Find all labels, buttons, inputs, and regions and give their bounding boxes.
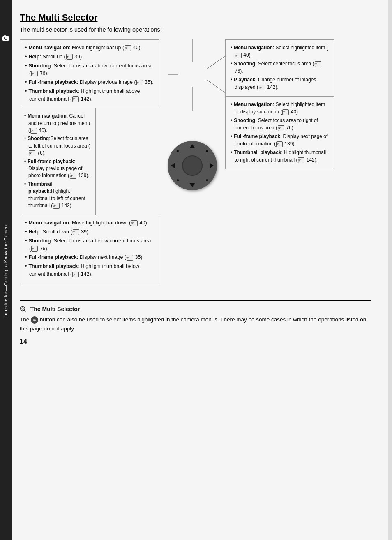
right-margin bbox=[388, 0, 392, 540]
dot-tl bbox=[177, 150, 179, 152]
down-arrow-icon bbox=[189, 183, 195, 187]
intro-text: The multi selector is used for the follo… bbox=[20, 26, 371, 33]
note-text: The ⊕ button can also be used to select … bbox=[20, 315, 371, 333]
right-column: Menu navigation: Select highlighted item… bbox=[225, 39, 371, 284]
bottom-box-list: Menu navigation: Move highlight bar down… bbox=[25, 219, 154, 278]
rb-item-3: Full-frame playback: Display next page o… bbox=[231, 133, 329, 148]
dial-center-button[interactable] bbox=[182, 155, 203, 176]
left-item-2: Shooting:Select focus area to left of cu… bbox=[24, 135, 91, 157]
note-title: The Multi Selector bbox=[30, 306, 80, 312]
top-direction-box: Menu navigation: Move highlight bar up (… bbox=[20, 39, 159, 108]
note-section: The Multi Selector The ⊕ button can also… bbox=[20, 300, 371, 333]
left-arrow-icon bbox=[171, 163, 175, 168]
svg-line-8 bbox=[207, 80, 225, 93]
svg-point-9 bbox=[21, 307, 25, 311]
side-tab: Introduction—Getting to Know the Camera bbox=[0, 0, 12, 540]
page-wrapper: Introduction—Getting to Know the Camera … bbox=[0, 0, 392, 540]
top-item-1: Menu navigation: Move highlight bar up (… bbox=[25, 44, 154, 52]
three-col-layout: Menu navigation: Move highlight bar up (… bbox=[20, 39, 371, 284]
svg-rect-3 bbox=[4, 35, 6, 37]
top-item-5: Thumbnail playback: Highlight thumbnail … bbox=[25, 88, 154, 103]
rt-item-1: Menu navigation: Select highlighted item… bbox=[231, 44, 329, 59]
left-column: Menu navigation: Move highlight bar up (… bbox=[20, 39, 159, 284]
svg-point-2 bbox=[5, 37, 7, 39]
rb-item-2: Shooting: Select focus area to right of … bbox=[231, 117, 329, 132]
bottom-item-1: Menu navigation: Move highlight bar down… bbox=[25, 219, 154, 227]
rt-item-3: Playback: Change number of images displa… bbox=[231, 76, 329, 91]
ok-button-icon: ⊕ bbox=[31, 316, 38, 324]
page-number: 14 bbox=[20, 338, 371, 345]
top-item-3: Shooting: Select focus area above curren… bbox=[25, 62, 154, 78]
bottom-item-5: Thumbnail playback: Highlight thumbnail … bbox=[25, 263, 154, 278]
svg-line-10 bbox=[24, 310, 26, 312]
right-arrow-icon bbox=[210, 163, 214, 168]
left-item-3: Full-frame playback: Display previous pa… bbox=[24, 158, 91, 180]
top-box-list: Menu navigation: Move highlight bar up (… bbox=[25, 44, 154, 103]
multi-selector-dial[interactable] bbox=[168, 141, 217, 190]
rb-item-4: Thumbnail playback: Highlight thumbnail … bbox=[231, 149, 329, 164]
right-top-direction-box: Menu navigation: Select highlighted item… bbox=[225, 39, 334, 97]
center-diagram-col bbox=[159, 39, 225, 284]
left-item-4: Thumbnail playback:Highlight thumbnail t… bbox=[24, 181, 91, 210]
rb-item-1: Menu navigation: Select highlighted item… bbox=[231, 101, 329, 115]
bottom-item-3: Shooting: Select focus area below curren… bbox=[25, 237, 154, 253]
dot-br bbox=[206, 179, 208, 181]
right-bottom-list: Menu navigation: Select highlighted item… bbox=[231, 101, 329, 164]
right-bottom-direction-box: Menu navigation: Select highlighted item… bbox=[225, 97, 334, 169]
left-direction-box: Menu navigation: Cancel and return to pr… bbox=[20, 108, 96, 215]
bottom-item-2: Help: Scroll down (☞ 39). bbox=[25, 228, 154, 236]
top-item-2: Help: Scroll up (☞ 39). bbox=[25, 53, 154, 61]
dot-bl bbox=[177, 179, 179, 181]
top-item-4: Full-frame playback: Display previous im… bbox=[25, 78, 154, 86]
dot-tr bbox=[206, 150, 208, 152]
left-box-list: Menu navigation: Cancel and return to pr… bbox=[24, 113, 91, 209]
left-item-1: Menu navigation: Cancel and return to pr… bbox=[24, 113, 91, 134]
bottom-direction-box: Menu navigation: Move highlight bar down… bbox=[20, 215, 159, 284]
sidebar-label: Introduction—Getting to Know the Camera bbox=[3, 224, 8, 317]
main-content: The Multi Selector The multi selector is… bbox=[12, 0, 388, 540]
rt-item-2: Shooting: Select center focus area (☞ 76… bbox=[231, 60, 329, 75]
note-header: The Multi Selector bbox=[20, 305, 371, 314]
bottom-item-4: Full-frame playback: Display next image … bbox=[25, 254, 154, 261]
page-title: The Multi Selector bbox=[20, 12, 371, 23]
svg-line-7 bbox=[207, 56, 225, 69]
right-top-list: Menu navigation: Select highlighted item… bbox=[231, 44, 329, 91]
up-arrow-icon bbox=[189, 144, 195, 148]
camera-icon bbox=[2, 34, 10, 42]
note-icon bbox=[20, 306, 27, 313]
